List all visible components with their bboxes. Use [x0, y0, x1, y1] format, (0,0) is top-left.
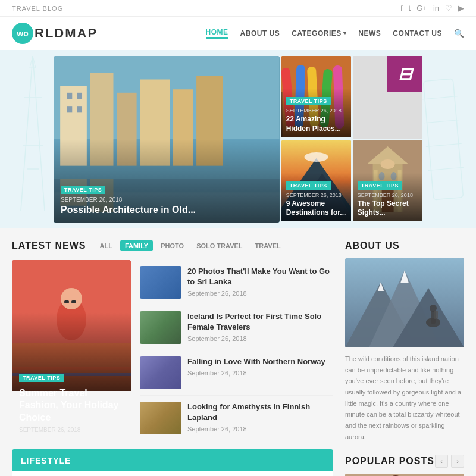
- news-featured-article[interactable]: TRAVEL TIPS Summer Travel Fashion, Your …: [12, 260, 131, 440]
- news-item-date-3: September 26, 2018: [187, 369, 333, 377]
- news-featured-tag: TRAVEL TIPS: [19, 374, 64, 382]
- top-bar-label: TRAVEL BLOG: [12, 5, 63, 12]
- filter-all[interactable]: ALL: [95, 240, 117, 251]
- elementor-icon: ⊟: [398, 64, 412, 84]
- main-nav: HOME ABOUT US CATEGORIES ▾ NEWS CONTACT …: [206, 28, 464, 39]
- about-image: [345, 258, 464, 347]
- news-item-2[interactable]: Iceland Is Perfect for First Time Solo F…: [140, 305, 333, 350]
- hero-small-caption-1: TRAVEL TIPS SEPTEMBER 26, 2018 22 Amazin…: [281, 90, 351, 138]
- hero-small-article-3[interactable]: TRAVEL TIPS SEPTEMBER 26, 2018 The Top S…: [353, 140, 422, 223]
- hero-main-article[interactable]: TRAVEL TIPS SEPTEMBER 26, 2018 Possible …: [54, 56, 280, 223]
- hero-small-tag-2: TRAVEL TIPS: [286, 181, 331, 190]
- news-item-thumb-3: [140, 356, 181, 389]
- hero-small-title-3: The Top Secret Sights...: [358, 199, 418, 218]
- popular-post-image[interactable]: [345, 474, 464, 477]
- news-featured-date: SEPTEMBER 26, 2018: [19, 427, 124, 433]
- hero-main-tag: TRAVEL TIPS: [61, 186, 105, 194]
- news-item-title-3: Falling in Love With Northern Norway: [187, 356, 333, 367]
- hero-main-date: SEPTEMBER 26, 2018: [61, 196, 273, 203]
- nav-categories[interactable]: CATEGORIES ▾: [292, 29, 346, 37]
- hero-small-date-2: SEPTEMBER 26, 2018: [286, 192, 346, 198]
- hero-small-tag-3: TRAVEL TIPS: [358, 181, 402, 190]
- main-content: LATEST NEWS ALL FAMILY PHOTO SOLO TRAVEL…: [0, 228, 476, 476]
- search-icon[interactable]: 🔍: [454, 29, 464, 38]
- news-item-content-3: Falling in Love With Northern Norway Sep…: [187, 356, 333, 377]
- hero-small-date-3: SEPTEMBER 26, 2018: [358, 192, 418, 198]
- news-item-content-1: 20 Photos That'll Make You Want to Go to…: [187, 266, 333, 297]
- filter-photo[interactable]: PHOTO: [156, 240, 189, 251]
- popular-title: POPULAR POSTS: [345, 456, 434, 466]
- facebook-icon[interactable]: f: [400, 4, 403, 12]
- news-featured-title: Summer Travel Fashion, Your Holiday Choi…: [19, 387, 124, 424]
- sidebar: ABOUT US: [345, 240, 464, 476]
- twitter-icon[interactable]: t: [409, 4, 411, 12]
- filter-solo-travel[interactable]: SOLO TRAVEL: [192, 240, 247, 251]
- hero-sidebar: ⊟: [281, 56, 422, 223]
- about-text: The wild conditions of this island natio…: [345, 353, 464, 443]
- logo-icon: wo: [12, 23, 33, 44]
- hero-main-title: Possible Architecture in Old...: [61, 205, 273, 215]
- filter-tabs: ALL FAMILY PHOTO SOLO TRAVEL TRAVEL: [95, 240, 285, 251]
- svg-rect-59: [345, 474, 464, 477]
- popular-nav: ‹ ›: [435, 455, 464, 468]
- latest-news-header: LATEST NEWS ALL FAMILY PHOTO SOLO TRAVEL…: [12, 240, 333, 251]
- lifestyle-header-bar: LIFESTYLE: [12, 449, 333, 471]
- youtube-icon[interactable]: ▶: [458, 4, 464, 12]
- news-featured-caption: TRAVEL TIPS Summer Travel Fashion, Your …: [12, 364, 131, 440]
- news-item-title-2: Iceland Is Perfect for First Time Solo F…: [187, 311, 333, 333]
- svg-rect-58: [434, 311, 438, 319]
- hero-main-caption: TRAVEL TIPS SEPTEMBER 26, 2018 Possible …: [54, 176, 280, 223]
- top-bar: TRAVEL BLOG f t G+ in ♡ ▶: [0, 0, 476, 17]
- latest-news-title: LATEST NEWS: [12, 240, 86, 251]
- news-item-date-2: September 26, 2018: [187, 335, 333, 342]
- about-title: ABOUT US: [345, 240, 464, 251]
- categories-arrow-icon: ▾: [343, 30, 347, 36]
- lifestyle-wrapper: LIFESTYLE Iceland Is Perfect for First T…: [12, 449, 333, 476]
- hero-small-tag-1: TRAVEL TIPS: [286, 97, 331, 105]
- news-item-4[interactable]: Looking for Amethysts in Finnish Lapland…: [140, 396, 333, 440]
- elementor-badge[interactable]: ⊟: [387, 56, 422, 92]
- nav-about[interactable]: ABOUT US: [240, 29, 280, 37]
- popular-next-button[interactable]: ›: [451, 455, 464, 468]
- header: wo RLDMAP HOME ABOUT US CATEGORIES ▾ NEW…: [0, 17, 476, 50]
- social-icons: f t G+ in ♡ ▶: [400, 4, 464, 12]
- googleplus-icon[interactable]: G+: [416, 4, 427, 12]
- nav-home[interactable]: HOME: [206, 28, 228, 39]
- popular-prev-button[interactable]: ‹: [435, 455, 448, 468]
- main-left-column: LATEST NEWS ALL FAMILY PHOTO SOLO TRAVEL…: [12, 240, 333, 476]
- nav-news[interactable]: NEWS: [358, 29, 381, 37]
- pinterest-icon[interactable]: ♡: [445, 4, 452, 12]
- news-item-title-1: 20 Photos That'll Make You Want to Go to…: [187, 266, 333, 287]
- hero-content: TRAVEL TIPS SEPTEMBER 26, 2018 Possible …: [0, 50, 476, 228]
- news-item-content-4: Looking for Amethysts in Finnish Lapland…: [187, 402, 333, 433]
- hero-small-article-2[interactable]: TRAVEL TIPS SEPTEMBER 26, 2018 9 Awesome…: [281, 140, 351, 223]
- news-item-title-4: Looking for Amethysts in Finnish Lapland: [187, 402, 333, 423]
- news-item-content-2: Iceland Is Perfect for First Time Solo F…: [187, 311, 333, 342]
- popular-header: POPULAR POSTS ‹ ›: [345, 455, 464, 468]
- news-item-date-1: September 26, 2018: [187, 290, 333, 297]
- hero-small-title-2: 9 Awesome Destinations for...: [286, 199, 346, 218]
- news-item-1[interactable]: 20 Photos That'll Make You Want to Go to…: [140, 260, 333, 305]
- logo[interactable]: wo RLDMAP: [12, 23, 98, 44]
- news-grid: TRAVEL TIPS Summer Travel Fashion, Your …: [12, 260, 333, 440]
- news-item-thumb-4: [140, 402, 181, 434]
- lifestyle-title: LIFESTYLE: [21, 456, 71, 465]
- logo-text: RLDMAP: [35, 26, 98, 41]
- filter-travel[interactable]: TRAVEL: [250, 240, 286, 251]
- news-list: 20 Photos That'll Make You Want to Go to…: [140, 260, 333, 440]
- popular-section: POPULAR POSTS ‹ ›: [345, 455, 464, 477]
- news-item-thumb-1: [140, 266, 181, 299]
- about-section: ABOUT US: [345, 240, 464, 443]
- hero-small-caption-2: TRAVEL TIPS SEPTEMBER 26, 2018 9 Awesome…: [281, 174, 351, 223]
- hero-section: TRAVEL TIPS SEPTEMBER 26, 2018 Possible …: [0, 50, 476, 228]
- hero-small-date-1: SEPTEMBER 26, 2018: [286, 108, 346, 114]
- hero-small-caption-3: TRAVEL TIPS SEPTEMBER 26, 2018 The Top S…: [353, 174, 422, 223]
- news-item-date-4: September 26, 2018: [187, 425, 333, 433]
- news-item-3[interactable]: Falling in Love With Northern Norway Sep…: [140, 350, 333, 396]
- filter-family[interactable]: FAMILY: [120, 240, 153, 251]
- nav-contact[interactable]: CONTACT US: [393, 29, 442, 37]
- news-item-thumb-2: [140, 311, 181, 344]
- lifestyle-content: Iceland Is Perfect for First Time Solo F…: [12, 471, 333, 476]
- linkedin-icon[interactable]: in: [433, 4, 439, 12]
- hero-small-article-1[interactable]: TRAVEL TIPS SEPTEMBER 26, 2018 22 Amazin…: [281, 56, 351, 139]
